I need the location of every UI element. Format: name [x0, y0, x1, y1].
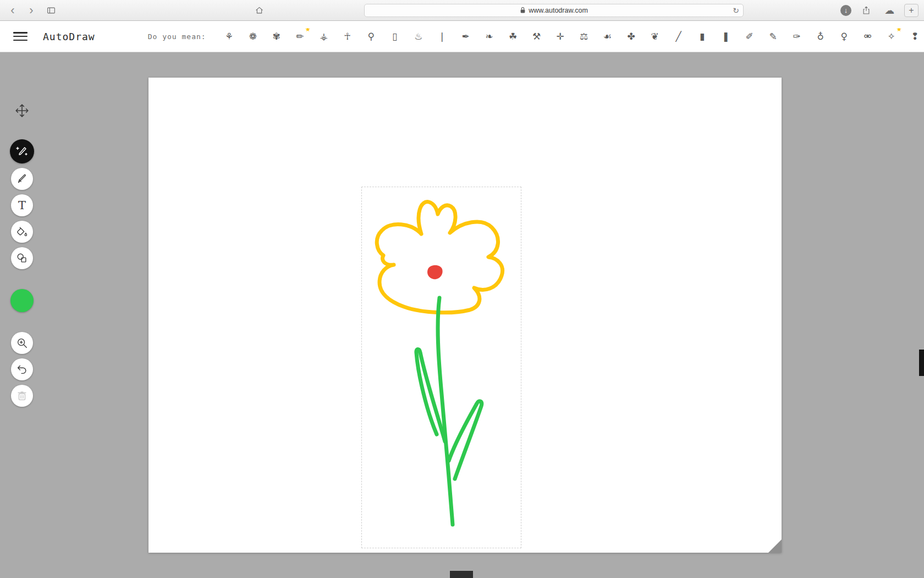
sidebar-toggle-button[interactable] [43, 4, 59, 17]
selection-bounding-box[interactable] [361, 187, 521, 548]
suggestion-flower-cluster-icon[interactable]: ❁ [246, 28, 260, 45]
horizontal-scrollbar-thumb[interactable] [450, 571, 473, 578]
back-button[interactable]: ‹ [6, 4, 20, 17]
suggestion-candle-thin-icon[interactable]: ❘ [436, 28, 449, 45]
shape-tool[interactable] [11, 247, 33, 269]
shapes-icon [16, 252, 28, 264]
paint-bucket-icon [16, 226, 28, 238]
undo-tool[interactable] [11, 358, 33, 380]
suggestion-feather-b-icon[interactable]: ❧ [483, 28, 496, 45]
suggestion-magic-wand-icon[interactable]: ✧★ [885, 28, 898, 45]
forward-button[interactable]: › [24, 4, 38, 17]
suggestion-candle-a-icon[interactable]: ▯ [388, 28, 402, 45]
suggestion-marker-icon[interactable]: ✑ [790, 28, 804, 45]
browser-actions: ↓ ☁ + [840, 4, 919, 17]
sidebar-icon [46, 6, 57, 15]
suggestion-magic-pencil-icon[interactable]: ✏★ [294, 28, 307, 45]
suggestion-stand-icon[interactable]: ⚖ [578, 28, 591, 45]
new-badge-star-icon: ★ [305, 28, 311, 33]
suggestion-line-icon[interactable]: ╱ [672, 28, 685, 45]
suggestion-balloon-b-icon[interactable]: ♀ [838, 28, 851, 45]
suggestion-candle-b-icon[interactable]: ♨ [412, 28, 425, 45]
menu-button[interactable] [13, 31, 28, 42]
suggestion-leaf-outline-icon[interactable]: ☙ [601, 28, 614, 45]
home-icon [254, 6, 265, 15]
workspace: T [0, 52, 924, 578]
downloads-button[interactable]: ↓ [840, 5, 851, 16]
refresh-icon[interactable]: ↻ [733, 6, 739, 15]
suggestion-strip: ⚘ ❁ ✾ ✏★ ⚶ ☥ ⚲ ▯ ♨ ❘ ✒ ❧ ☘ ⚒ ✛ ⚖ ☙ ✤ ❦ ╱… [223, 28, 924, 45]
suggestion-dropper-icon[interactable]: ✛ [554, 28, 567, 45]
download-arrow-icon: ↓ [844, 6, 848, 14]
tool-palette: T [10, 100, 34, 411]
address-bar[interactable]: www.autodraw.com ↻ [364, 4, 744, 17]
suggestion-pins-icon[interactable]: ❢ [909, 28, 922, 45]
pencil-icon: ✏ [296, 31, 304, 42]
drawing-canvas[interactable] [148, 78, 782, 553]
pen-icon [16, 173, 28, 185]
suggestion-flower-sprout-icon[interactable]: ⚘ [223, 28, 236, 45]
zoom-tool[interactable] [11, 332, 33, 354]
suggestion-prompt-label: Do you mean: [148, 32, 206, 41]
suggestion-crayon-a-icon[interactable]: ▮ [696, 28, 709, 45]
url-text: www.autodraw.com [529, 7, 588, 14]
move-arrows-icon [15, 103, 29, 118]
suggestion-plant-stem-icon[interactable]: ☘ [507, 28, 520, 45]
magnifier-icon [16, 337, 28, 349]
trash-icon [16, 390, 28, 402]
suggestion-pencil-b-icon[interactable]: ✎ [767, 28, 780, 45]
type-tool[interactable]: T [11, 194, 33, 216]
suggestion-grass-icon[interactable]: ⚶ [317, 28, 331, 45]
autodraw-tool[interactable] [10, 139, 34, 163]
suggestion-maple-leaf-icon[interactable]: ✤ [625, 28, 638, 45]
suggestion-figure-a-icon[interactable]: ☥ [341, 28, 354, 45]
color-tool[interactable] [10, 289, 34, 312]
suggestion-crayon-b-icon[interactable]: ❚ [719, 28, 733, 45]
plus-icon: + [909, 6, 914, 15]
share-button[interactable] [858, 4, 875, 17]
delete-tool[interactable] [11, 385, 33, 407]
suggestion-pencil-a-icon[interactable]: ✐ [743, 28, 756, 45]
draw-tool[interactable] [11, 168, 33, 190]
undo-arrow-icon [16, 363, 28, 375]
suggestion-figure-b-icon[interactable]: ⚲ [365, 28, 378, 45]
select-tool[interactable] [11, 100, 33, 122]
fill-tool[interactable] [11, 221, 33, 243]
suggestion-flower-blossom-icon[interactable]: ✾ [270, 28, 283, 45]
share-icon [861, 5, 871, 16]
app-title: AutoDraw [43, 31, 95, 42]
text-tool-icon: T [18, 200, 26, 211]
page-fold-corner [768, 539, 782, 553]
magic-pencil-icon [15, 145, 29, 158]
suggestion-balloon-a-icon[interactable]: ♁ [814, 28, 827, 45]
new-tab-button[interactable]: + [904, 4, 919, 17]
cloud-tabs-button[interactable]: ☁ [881, 4, 898, 17]
suggestion-leaf-veined-icon[interactable]: ❦ [648, 28, 662, 45]
browser-toolbar: ‹ › www.autodraw.com ↻ ↓ ☁ + [0, 0, 924, 21]
suggestion-trowel-icon[interactable]: ⚒ [530, 28, 543, 45]
suggestion-feather-a-icon[interactable]: ✒ [459, 28, 472, 45]
home-button[interactable] [251, 4, 267, 17]
new-badge-star-icon: ★ [897, 28, 902, 33]
lock-icon [520, 7, 526, 14]
wand-icon: ✧ [888, 31, 895, 42]
vertical-scrollbar-thumb[interactable] [919, 350, 924, 376]
suggestion-balloon-c-icon[interactable]: ⚮ [861, 28, 875, 45]
autodraw-toolbar: AutoDraw Do you mean: ⚘ ❁ ✾ ✏★ ⚶ ☥ ⚲ ▯ ♨… [0, 21, 924, 52]
cloud-icon: ☁ [884, 4, 894, 17]
